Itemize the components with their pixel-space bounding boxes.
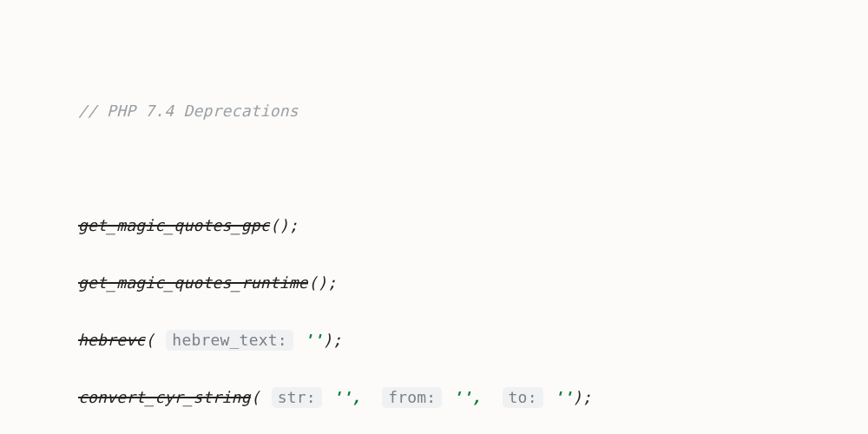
param-hint: from: — [382, 387, 442, 408]
param-hint: hebrew_text: — [166, 330, 293, 351]
code-line: get_magic_quotes_runtime(); — [78, 268, 868, 297]
code-line: convert_cyr_string( str: '', from: '', t… — [78, 383, 868, 411]
comment-line: // PHP 7.4 Deprecations — [78, 102, 299, 120]
code-block: // PHP 7.4 Deprecations get_magic_quotes… — [0, 0, 868, 434]
code-line: get_magic_quotes_gpc(); — [78, 211, 868, 240]
param-hint: str: — [272, 387, 322, 408]
code-line: hebrevc( hebrew_text: ''); — [78, 326, 868, 354]
param-hint: to: — [503, 387, 543, 408]
